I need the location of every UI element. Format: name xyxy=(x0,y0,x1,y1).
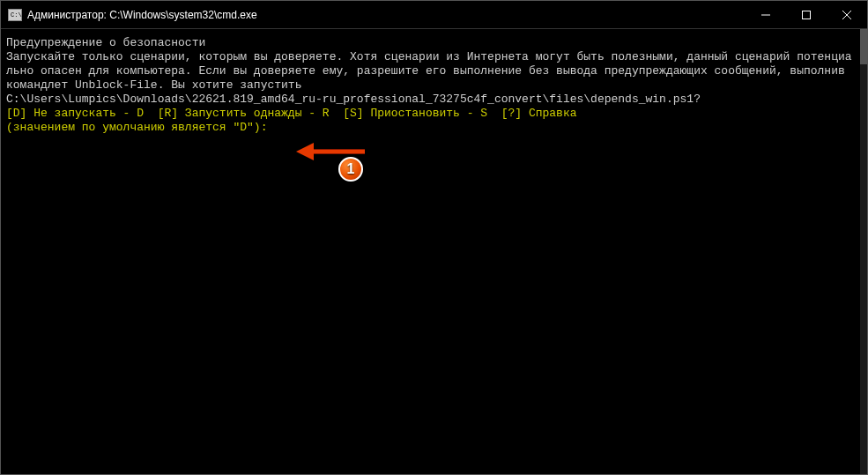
terminal-line: Запускайте только сценарии, которым вы д… xyxy=(6,50,855,93)
maximize-icon xyxy=(802,11,811,19)
scrollbar[interactable] xyxy=(860,29,867,474)
terminal-line: (значением по умолчанию является "D"): xyxy=(6,121,855,135)
close-button[interactable] xyxy=(827,1,867,28)
window-controls xyxy=(746,1,867,28)
minimize-icon xyxy=(761,11,770,19)
terminal-line: Предупреждение о безопасности xyxy=(6,36,855,50)
cmd-icon xyxy=(8,9,22,21)
titlebar: Администратор: C:\Windows\system32\cmd.e… xyxy=(1,1,867,29)
terminal-line: [D] Не запускать - D [R] Запустить однаж… xyxy=(6,107,855,121)
window-title: Администратор: C:\Windows\system32\cmd.e… xyxy=(27,9,746,21)
scrollbar-thumb[interactable] xyxy=(860,29,867,64)
close-icon xyxy=(842,11,851,19)
svg-rect-1 xyxy=(803,11,811,19)
minimize-button[interactable] xyxy=(746,1,786,28)
maximize-button[interactable] xyxy=(786,1,827,28)
terminal-output[interactable]: Предупреждение о безопасностиЗапускайте … xyxy=(1,29,860,474)
terminal-line: C:\Users\Lumpics\Downloads\22621.819_amd… xyxy=(6,93,855,107)
